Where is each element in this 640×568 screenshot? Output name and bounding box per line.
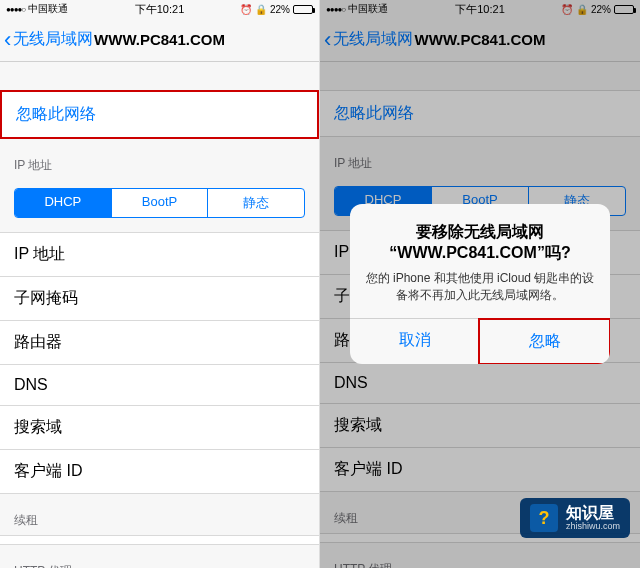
alarm-icon: ⏰ [240, 4, 252, 15]
ip-mode-segmented[interactable]: DHCP BootP 静态 [14, 188, 305, 218]
page-title: WWW.PC841.COM [94, 31, 225, 48]
nav-bar: ‹ 无线局域网 WWW.PC841.COM [0, 18, 319, 62]
clock-label: 下午10:21 [135, 2, 185, 17]
watermark-title: 知识屋 [566, 504, 620, 522]
row-client-id[interactable]: 客户端 ID [0, 450, 319, 494]
forget-confirm-alert: 要移除无线局域网 “WWW.PC841.COM”吗? 您的 iPhone 和其他… [350, 204, 610, 363]
alert-forget-button[interactable]: 忽略 [478, 318, 610, 364]
forget-network-button[interactable]: 忽略此网络 [0, 90, 319, 139]
seg-dhcp[interactable]: DHCP [15, 189, 111, 217]
renew-lease-button[interactable] [0, 535, 319, 545]
carrier-label: 中国联通 [28, 2, 68, 16]
battery-icon [293, 5, 313, 14]
alert-title: 要移除无线局域网 “WWW.PC841.COM”吗? [364, 222, 596, 264]
back-button[interactable]: ‹ 无线局域网 [0, 27, 93, 53]
chevron-left-icon: ‹ [4, 27, 11, 53]
signal-dots-icon: ●●●●○ [6, 5, 25, 14]
seg-bootp[interactable]: BootP [111, 189, 208, 217]
ip-section-header: IP 地址 [0, 139, 319, 180]
ip-fields-list: IP 地址 子网掩码 路由器 DNS 搜索域 客户端 ID [0, 232, 319, 494]
row-ip[interactable]: IP 地址 [0, 233, 319, 277]
watermark-icon: ? [530, 504, 558, 532]
forget-network-label: 忽略此网络 [16, 105, 96, 122]
alert-cancel-button[interactable]: 取消 [350, 319, 479, 364]
row-subnet[interactable]: 子网掩码 [0, 277, 319, 321]
watermark: ? 知识屋 zhishiwu.com [520, 498, 630, 538]
modal-overlay: 要移除无线局域网 “WWW.PC841.COM”吗? 您的 iPhone 和其他… [320, 0, 640, 568]
orientation-lock-icon: 🔒 [255, 4, 267, 15]
renew-section-header: 续租 [0, 494, 319, 535]
back-label: 无线局域网 [13, 29, 93, 50]
screen-left: ●●●●○ 中国联通 下午10:21 ⏰ 🔒 22% ‹ 无线局域网 WWW.P… [0, 0, 320, 568]
row-dns[interactable]: DNS [0, 365, 319, 406]
row-search-domains[interactable]: 搜索域 [0, 406, 319, 450]
seg-static[interactable]: 静态 [207, 189, 304, 217]
watermark-url: zhishiwu.com [566, 522, 620, 532]
row-router[interactable]: 路由器 [0, 321, 319, 365]
status-bar: ●●●●○ 中国联通 下午10:21 ⏰ 🔒 22% [0, 0, 319, 18]
screen-right: ●●●●○ 中国联通 下午10:21 ⏰ 🔒 22% ‹ 无线局域网 WWW.P… [320, 0, 640, 568]
http-proxy-header: HTTP 代理 [0, 545, 319, 568]
alert-message: 您的 iPhone 和其他使用 iCloud 钥匙串的设备将不再加入此无线局域网… [364, 270, 596, 304]
battery-pct-label: 22% [270, 4, 290, 15]
